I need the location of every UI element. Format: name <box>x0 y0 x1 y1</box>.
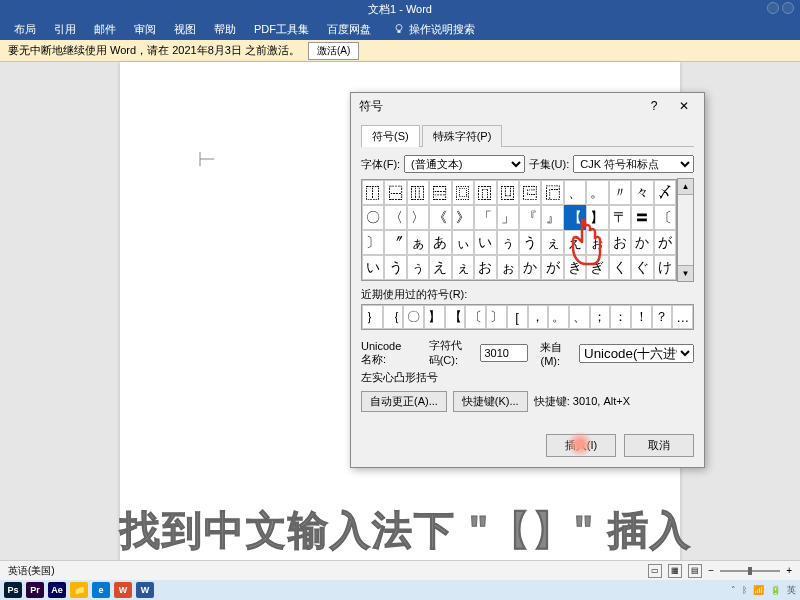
symbol-cell[interactable]: お <box>609 230 631 255</box>
tab-pdf-tools[interactable]: PDF工具集 <box>246 20 317 39</box>
symbol-cell[interactable]: く <box>609 255 631 280</box>
scroll-down-button[interactable]: ▼ <box>678 265 693 281</box>
tab-mailings[interactable]: 邮件 <box>86 20 124 39</box>
symbol-cell[interactable]: ⿵ <box>474 180 496 205</box>
symbol-cell[interactable]: 〉 <box>407 205 429 230</box>
symbol-cell[interactable]: ぉ <box>497 255 519 280</box>
symbol-cell[interactable]: い <box>474 230 496 255</box>
symbol-cell[interactable]: あ <box>429 230 451 255</box>
recent-symbol-cell[interactable]: ？ <box>652 305 673 329</box>
symbol-cell[interactable]: 〕 <box>362 230 384 255</box>
status-language[interactable]: 英语(美国) <box>8 564 55 578</box>
close-button[interactable]: ✕ <box>672 96 696 116</box>
tab-special-chars[interactable]: 特殊字符(P) <box>422 125 503 147</box>
symbol-cell[interactable]: ぅ <box>497 230 519 255</box>
symbol-cell[interactable]: ⿴ <box>452 180 474 205</box>
recent-symbol-cell[interactable]: ｛ <box>383 305 404 329</box>
tray-bluetooth-icon[interactable]: ᛒ <box>742 585 747 595</box>
recent-symbol-cell[interactable]: 〕 <box>486 305 507 329</box>
scroll-up-button[interactable]: ▲ <box>678 179 693 195</box>
zoom-slider[interactable] <box>720 570 780 572</box>
help-button[interactable]: ? <box>642 96 666 116</box>
recent-symbol-cell[interactable]: [ <box>507 305 528 329</box>
subset-select[interactable]: CJK 符号和标点 <box>573 155 694 173</box>
recent-symbol-cell[interactable]: 【 <box>445 305 466 329</box>
symbol-cell[interactable]: お <box>474 255 496 280</box>
taskbar-word-icon[interactable]: W <box>136 582 154 598</box>
font-select[interactable]: (普通文本) <box>404 155 525 173</box>
recent-symbol-cell[interactable]: 。 <box>548 305 569 329</box>
symbol-scrollbar[interactable]: ▲ ▼ <box>677 178 694 282</box>
symbol-cell[interactable]: う <box>384 255 406 280</box>
symbol-cell[interactable]: ぁ <box>407 230 429 255</box>
taskbar-photoshop-icon[interactable]: Ps <box>4 582 22 598</box>
symbol-cell[interactable]: 、 <box>564 180 586 205</box>
symbol-cell[interactable]: き <box>564 255 586 280</box>
symbol-cell[interactable]: け <box>654 255 676 280</box>
taskbar-edge-icon[interactable]: e <box>92 582 110 598</box>
symbol-cell[interactable]: ぇ <box>452 255 474 280</box>
recent-symbol-cell[interactable]: ｝ <box>362 305 383 329</box>
symbol-cell[interactable]: ⿶ <box>497 180 519 205</box>
symbol-cell[interactable]: 。 <box>586 180 608 205</box>
tab-view[interactable]: 视图 <box>166 20 204 39</box>
symbol-cell[interactable]: ぐ <box>631 255 653 280</box>
symbol-cell[interactable]: 《 <box>429 205 451 230</box>
taskbar-premiere-icon[interactable]: Pr <box>26 582 44 598</box>
taskbar-explorer-icon[interactable]: 📁 <box>70 582 88 598</box>
shortcut-key-button[interactable]: 快捷键(K)... <box>453 391 528 412</box>
symbol-cell[interactable]: え <box>429 255 451 280</box>
symbol-cell[interactable]: 〈 <box>384 205 406 230</box>
tab-help[interactable]: 帮助 <box>206 20 244 39</box>
symbol-cell[interactable]: 【 <box>564 205 586 230</box>
recent-symbol-cell[interactable]: 】 <box>424 305 445 329</box>
cancel-button[interactable]: 取消 <box>624 434 694 457</box>
symbol-cell[interactable]: が <box>654 230 676 255</box>
view-print-icon[interactable]: ▦ <box>668 564 682 578</box>
symbol-cell[interactable]: ⿲ <box>407 180 429 205</box>
symbol-cell[interactable]: 」 <box>497 205 519 230</box>
tray-network-icon[interactable]: 📶 <box>753 585 764 595</box>
taskbar-wps-icon[interactable]: W <box>114 582 132 598</box>
from-select[interactable]: Unicode(十六进制) <box>579 344 694 363</box>
symbol-cell[interactable]: 〃 <box>609 180 631 205</box>
symbol-cell[interactable]: か <box>631 230 653 255</box>
symbol-cell[interactable]: ぎ <box>586 255 608 280</box>
view-read-icon[interactable]: ▭ <box>648 564 662 578</box>
symbol-cell[interactable]: か <box>519 255 541 280</box>
tray-up-icon[interactable]: ˄ <box>731 585 736 595</box>
insert-button[interactable]: 插入(I) <box>546 434 616 457</box>
symbol-cell[interactable]: ⿱ <box>384 180 406 205</box>
tab-references[interactable]: 引用 <box>46 20 84 39</box>
symbol-cell[interactable]: え <box>564 230 586 255</box>
symbol-cell[interactable]: い <box>362 255 384 280</box>
symbol-cell[interactable]: ぇ <box>541 230 563 255</box>
symbol-cell[interactable]: 「 <box>474 205 496 230</box>
symbol-cell[interactable]: ⿸ <box>541 180 563 205</box>
taskbar-aftereffects-icon[interactable]: Ae <box>48 582 66 598</box>
tab-symbols[interactable]: 符号(S) <box>361 125 420 147</box>
dialog-titlebar[interactable]: 符号 ? ✕ <box>351 93 704 119</box>
charcode-input[interactable] <box>480 344 528 362</box>
autocorrect-button[interactable]: 自动更正(A)... <box>361 391 447 412</box>
tab-baidu[interactable]: 百度网盘 <box>319 20 379 39</box>
symbol-cell[interactable]: 』 <box>541 205 563 230</box>
tab-layout[interactable]: 布局 <box>6 20 44 39</box>
tab-review[interactable]: 审阅 <box>126 20 164 39</box>
zoom-out-button[interactable]: − <box>708 565 714 576</box>
symbol-cell[interactable]: 々 <box>631 180 653 205</box>
view-web-icon[interactable]: ▤ <box>688 564 702 578</box>
symbol-cell[interactable]: 〇 <box>362 205 384 230</box>
symbol-cell[interactable]: ⿳ <box>429 180 451 205</box>
zoom-in-button[interactable]: + <box>786 565 792 576</box>
symbol-cell[interactable]: 〔 <box>654 205 676 230</box>
symbol-cell[interactable]: ぉ <box>586 230 608 255</box>
symbol-cell[interactable]: う <box>519 230 541 255</box>
recent-symbol-cell[interactable]: ： <box>610 305 631 329</box>
symbol-cell[interactable]: 〞 <box>384 230 406 255</box>
symbol-cell[interactable]: 》 <box>452 205 474 230</box>
symbol-cell[interactable]: 〓 <box>631 205 653 230</box>
symbol-cell[interactable]: 】 <box>586 205 608 230</box>
recent-symbol-cell[interactable]: 、 <box>569 305 590 329</box>
recent-symbol-cell[interactable]: ， <box>528 305 549 329</box>
